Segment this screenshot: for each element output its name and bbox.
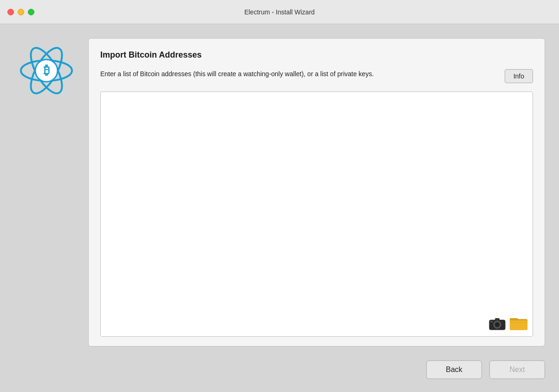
- main-panel: Import Bitcoin Addresses Enter a list of…: [88, 38, 545, 346]
- electrum-logo: ₿: [19, 43, 74, 100]
- main-content: ₿ Import Bitcoin Addresses Enter a list …: [0, 24, 559, 360]
- camera-icon[interactable]: [489, 315, 506, 332]
- panel-description: Enter a list of Bitcoin addresses (this …: [100, 69, 495, 79]
- maximize-button[interactable]: [28, 9, 34, 15]
- title-bar: Electrum - Install Wizard: [0, 0, 559, 24]
- back-button[interactable]: Back: [426, 360, 482, 379]
- logo-area: ₿: [14, 38, 79, 346]
- minimize-button[interactable]: [18, 9, 24, 15]
- address-textarea-container: [100, 91, 533, 337]
- panel-title: Import Bitcoin Addresses: [100, 50, 533, 60]
- window-title: Electrum - Install Wizard: [244, 8, 315, 16]
- svg-rect-11: [490, 321, 493, 322]
- svg-rect-10: [495, 318, 500, 320]
- svg-rect-13: [510, 320, 527, 330]
- address-input[interactable]: [101, 92, 533, 336]
- next-button[interactable]: Next: [489, 360, 545, 379]
- close-button[interactable]: [7, 9, 14, 15]
- info-button[interactable]: Info: [505, 69, 533, 83]
- traffic-lights: [7, 9, 34, 15]
- folder-icon[interactable]: [509, 315, 528, 332]
- textarea-icons: [489, 315, 528, 332]
- description-row: Enter a list of Bitcoin addresses (this …: [100, 69, 533, 83]
- svg-point-9: [495, 323, 499, 327]
- bottom-bar: Back Next: [0, 360, 559, 392]
- svg-text:₿: ₿: [44, 63, 50, 77]
